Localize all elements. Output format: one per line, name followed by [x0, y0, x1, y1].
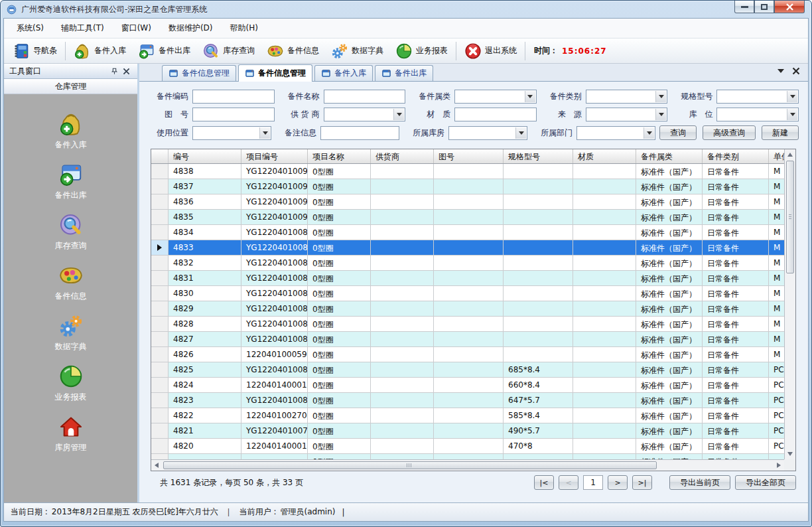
tab-2-active[interactable]: 备件信息管理 [238, 64, 312, 82]
tab-list-button[interactable] [778, 69, 784, 73]
menu-item[interactable]: 数据维护(D) [160, 19, 222, 37]
dropdown-arrow-button[interactable] [259, 127, 270, 139]
pin-button[interactable] [108, 65, 120, 77]
table-row[interactable]: 4828YG122040100830型圈标准件（国产）日常备件M [151, 317, 784, 332]
table-row[interactable]: 4823YG122040100800型圈647*5.7标准件（国产）日常备件PC [151, 393, 784, 408]
tab-close-button[interactable] [792, 67, 800, 75]
table-row[interactable]: 4830YG122040100850型圈标准件（国产）日常备件M [151, 286, 784, 301]
column-header[interactable]: 材质 [573, 149, 636, 163]
table-row[interactable]: 4829YG122040100840型圈标准件（国产）日常备件M [151, 301, 784, 317]
toolbar-button-inventory-query[interactable]: 库存查询 [196, 40, 261, 62]
table-row[interactable]: 482612204010005990型圈标准件（国产）日常备件M [151, 347, 784, 362]
select-dropdown[interactable] [192, 126, 271, 140]
table-row[interactable]: 4838YG122040100930型圈标准件（国产）日常备件M [151, 164, 784, 179]
table-row[interactable]: 4834YG122040100890型圈标准件（国产）日常备件M [151, 225, 784, 240]
vertical-scrollbar[interactable] [784, 149, 795, 459]
select-dropdown[interactable] [716, 108, 799, 121]
select-dropdown[interactable] [324, 108, 406, 121]
column-header[interactable]: 备件类别 [703, 149, 769, 163]
new-button[interactable]: 新建 [762, 125, 799, 140]
table-row[interactable]: 4835YG122040100900型圈标准件（国产）日常备件M [151, 210, 784, 225]
scroll-down-button[interactable] [785, 449, 795, 459]
toolbar-button-parts-outbound[interactable]: 备件出库 [132, 40, 196, 62]
select-dropdown[interactable] [586, 90, 668, 104]
table-row[interactable]: 4827YG122040100820型圈标准件（国产）日常备件M [151, 332, 784, 347]
toolbar-button-parts-inbound[interactable]: 备件入库 [68, 40, 132, 62]
select-dropdown[interactable] [586, 108, 668, 121]
dropdown-arrow-button[interactable] [787, 91, 797, 102]
dropdown-arrow-button[interactable] [393, 109, 404, 120]
minimize-button[interactable] [734, 1, 754, 13]
scroll-right-button[interactable] [774, 460, 784, 471]
sidebar-item-report-pie[interactable]: 业务报表 [55, 364, 87, 403]
column-header[interactable]: 项目编号 [241, 149, 308, 163]
table-row[interactable]: 4821YG122040100790型圈490*5.7标准件（国产）日常备件PC [151, 423, 784, 439]
text-input[interactable] [320, 126, 399, 140]
scroll-up-button[interactable] [785, 149, 795, 160]
query-button[interactable]: 查询 [659, 125, 697, 140]
select-dropdown[interactable] [448, 126, 527, 140]
table-row[interactable]: 482412204014000120型圈660*8.4标准件（国产）日常备件PC [151, 378, 784, 393]
menu-item[interactable]: 窗口(W) [113, 19, 160, 37]
text-input[interactable] [454, 108, 537, 121]
horizontal-scrollbar[interactable] [151, 459, 784, 471]
column-header[interactable]: 编号 [169, 149, 241, 163]
horizontal-scroll-thumb[interactable] [163, 461, 657, 469]
toolbar-button-data-dict[interactable]: 数据字典 [325, 40, 389, 62]
maximize-button[interactable] [754, 1, 774, 13]
column-header[interactable]: 备件属类 [636, 149, 703, 163]
sidebar-item-data-dict[interactable]: 数据字典 [55, 313, 87, 352]
column-header[interactable]: 单位 [769, 149, 784, 163]
vertical-scroll-thumb[interactable] [786, 161, 794, 273]
export-all-pages-button[interactable]: 导出全部页 [735, 475, 796, 490]
table-row[interactable]: 482012204014000130型圈470*8标准件（国产）日常备件PC [151, 439, 784, 454]
page-number-input[interactable]: 1 [583, 475, 603, 490]
text-input[interactable] [192, 90, 275, 104]
column-header[interactable]: 项目名称 [308, 149, 371, 163]
text-input[interactable] [192, 108, 275, 121]
column-header[interactable]: 供货商 [371, 149, 434, 163]
sidebar-item-parts-inbound[interactable]: 备件入库 [55, 112, 87, 151]
menu-item[interactable]: 系统(S) [8, 19, 52, 37]
advanced-query-button[interactable]: 高级查询 [703, 125, 756, 140]
table-row-partial[interactable]: 0型圈标准件（国产）日常备件 [151, 454, 784, 459]
dropdown-arrow-button[interactable] [655, 109, 666, 120]
select-dropdown[interactable] [716, 90, 799, 104]
dropdown-arrow-button[interactable] [655, 91, 666, 102]
sidebar-item-parts-outbound[interactable]: 备件出库 [55, 162, 87, 201]
sidebar-item-inventory-query[interactable]: 库存查询 [55, 212, 87, 252]
vertical-scroll-track[interactable] [785, 274, 795, 449]
toolbar-button-report-pie[interactable]: 业务报表 [389, 40, 454, 62]
table-row[interactable]: 4837YG122040100920型圈标准件（国产）日常备件M [151, 179, 784, 194]
tab-4[interactable]: 备件出库 [375, 65, 433, 81]
toolbar-button-exit-system[interactable]: 退出系统 [458, 40, 523, 62]
table-row[interactable]: 4831YG122040100860型圈标准件（国产）日常备件M [151, 271, 784, 286]
table-row[interactable]: 4825YG122040100810型圈685*8.4标准件（国产）日常备件PC [151, 362, 784, 378]
export-current-page-button[interactable]: 导出当前页 [669, 475, 730, 490]
menu-item[interactable]: 帮助(H) [222, 19, 267, 37]
menu-item[interactable]: 辅助工具(T) [52, 19, 113, 37]
dropdown-arrow-button[interactable] [515, 127, 526, 139]
tab-3[interactable]: 备件入库 [314, 65, 373, 81]
text-input[interactable] [324, 90, 406, 104]
next-page-button[interactable]: > [608, 475, 628, 490]
select-dropdown[interactable] [576, 126, 655, 140]
last-page-button[interactable]: >| [632, 475, 652, 490]
tab-1[interactable]: 备件信息管理 [162, 65, 236, 81]
prev-page-button[interactable]: < [559, 475, 578, 490]
table-row[interactable]: 4833YG122040100880型圈标准件（国产）日常备件M [151, 240, 784, 256]
sidebar-item-parts-info[interactable]: 备件信息 [55, 263, 87, 302]
sidebar-close-button[interactable] [120, 65, 132, 77]
column-header[interactable]: 规格型号 [504, 149, 573, 163]
column-header[interactable]: 图号 [434, 149, 504, 163]
dropdown-arrow-button[interactable] [643, 127, 654, 139]
table-row[interactable]: 4836YG122040100910型圈标准件（国产）日常备件M [151, 194, 784, 210]
table-row[interactable]: 4832YG122040100870型圈标准件（国产）日常备件M [151, 256, 784, 271]
first-page-button[interactable]: |< [534, 475, 554, 490]
warehouse-group-header[interactable]: 仓库管理 [4, 79, 137, 94]
scroll-left-button[interactable] [151, 460, 162, 471]
sidebar-item-warehouse-manage[interactable]: 库房管理 [55, 414, 87, 453]
select-dropdown[interactable] [454, 90, 537, 104]
toolbar-button-navbar-book[interactable]: 导航条 [7, 40, 63, 62]
close-button[interactable] [774, 1, 805, 13]
